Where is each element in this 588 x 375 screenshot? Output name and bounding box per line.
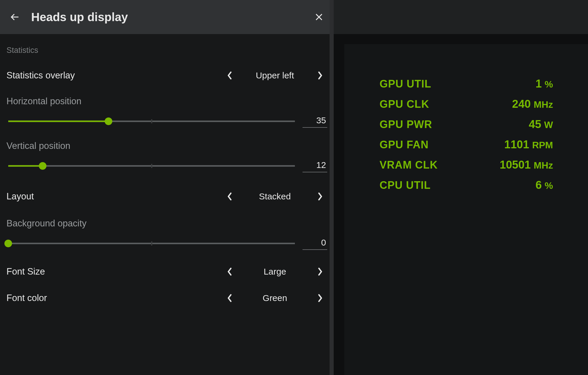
row-layout: Layout Stacked xyxy=(6,188,327,205)
font-size-next[interactable] xyxy=(313,265,327,279)
hud-row: GPU CLK240MHz xyxy=(380,98,553,110)
slider-background-opacity[interactable] xyxy=(8,240,295,247)
label-font-size: Font Size xyxy=(6,266,133,277)
hud-row: GPU FAN1101RPM xyxy=(380,138,553,151)
row-statistics-overlay: Statistics overlay Upper left xyxy=(6,67,327,84)
hud-stat-value: 1101RPM xyxy=(450,138,553,151)
slider-horizontal-position[interactable] xyxy=(8,118,295,125)
picker-layout: Stacked xyxy=(139,189,327,204)
value-background-opacity[interactable]: 0 xyxy=(303,237,327,250)
label-font-color: Font color xyxy=(6,293,133,303)
hud-stat-value: 1% xyxy=(450,78,553,90)
chevron-left-icon xyxy=(227,71,232,80)
row-vertical-position: Vertical position 12 xyxy=(6,141,327,172)
preview-topbar xyxy=(334,0,588,34)
hud-stat-value: 240MHz xyxy=(450,98,553,110)
font-color-prev[interactable] xyxy=(223,291,237,305)
picker-font-color: Green xyxy=(139,291,327,305)
hud-stat-label: GPU CLK xyxy=(380,98,450,110)
hud-stat-label: GPU UTIL xyxy=(380,78,450,90)
chevron-right-icon xyxy=(318,268,323,276)
slider-thumb[interactable] xyxy=(39,162,46,170)
close-button[interactable] xyxy=(313,11,325,23)
row-background-opacity: Background opacity 0 xyxy=(6,218,327,250)
value-vertical-position[interactable]: 12 xyxy=(303,159,327,172)
value-statistics-overlay: Upper left xyxy=(237,70,313,80)
hud-stat-label: VRAM CLK xyxy=(380,159,450,171)
label-horizontal-position: Horizontal position xyxy=(6,96,327,107)
back-button[interactable] xyxy=(8,11,21,23)
hud-row: CPU UTIL6% xyxy=(380,179,553,191)
label-vertical-position: Vertical position xyxy=(6,141,327,151)
hud-overlay: GPU UTIL1%GPU CLK240MHzGPU PWR45WGPU FAN… xyxy=(380,78,553,191)
section-label-statistics: Statistics xyxy=(6,46,327,55)
value-layout: Stacked xyxy=(237,191,313,201)
font-color-next[interactable] xyxy=(313,291,327,305)
value-font-size: Large xyxy=(237,267,313,277)
hud-stat-value: 45W xyxy=(450,118,553,131)
panel-body: Statistics Statistics overlay Upper left… xyxy=(0,34,334,319)
chevron-left-icon xyxy=(227,294,232,302)
row-horizontal-position: Horizontal position 35 xyxy=(6,96,327,128)
panel-title: Heads up display xyxy=(31,11,303,24)
slider-thumb[interactable] xyxy=(4,240,12,247)
hud-row: VRAM CLK10501MHz xyxy=(380,159,553,171)
preview-area: GPU UTIL1%GPU CLK240MHzGPU PWR45WGPU FAN… xyxy=(334,0,588,375)
hud-row: GPU UTIL1% xyxy=(380,78,553,90)
hud-stat-label: CPU UTIL xyxy=(380,179,450,191)
arrow-left-icon xyxy=(10,12,20,22)
hud-stat-value: 6% xyxy=(450,179,553,191)
label-background-opacity: Background opacity xyxy=(6,218,327,229)
hud-stat-label: GPU FAN xyxy=(380,139,450,151)
hud-stat-value: 10501MHz xyxy=(450,159,553,171)
preview-stage: GPU UTIL1%GPU CLK240MHzGPU PWR45WGPU FAN… xyxy=(344,44,588,375)
picker-font-size: Large xyxy=(139,265,327,279)
font-size-prev[interactable] xyxy=(223,265,237,279)
layout-prev[interactable] xyxy=(223,189,237,204)
panel-header: Heads up display xyxy=(0,0,334,34)
hud-row: GPU PWR45W xyxy=(380,118,553,131)
close-icon xyxy=(314,12,324,22)
chevron-right-icon xyxy=(318,71,323,80)
value-horizontal-position[interactable]: 35 xyxy=(303,115,327,128)
statistics-overlay-prev[interactable] xyxy=(223,68,237,83)
value-font-color: Green xyxy=(237,293,313,303)
settings-panel: Heads up display Statistics Statistics o… xyxy=(0,0,334,375)
hud-stat-label: GPU PWR xyxy=(380,118,450,131)
row-font-size: Font Size Large xyxy=(6,263,327,280)
statistics-overlay-next[interactable] xyxy=(313,68,327,83)
chevron-left-icon xyxy=(227,192,232,201)
chevron-left-icon xyxy=(227,268,232,276)
layout-next[interactable] xyxy=(313,189,327,204)
panel-scrollbar[interactable] xyxy=(330,0,334,375)
slider-thumb[interactable] xyxy=(105,117,112,125)
row-font-color: Font color Green xyxy=(6,289,327,307)
chevron-right-icon xyxy=(318,294,323,302)
picker-statistics-overlay: Upper left xyxy=(139,68,327,83)
chevron-right-icon xyxy=(318,192,323,201)
label-statistics-overlay: Statistics overlay xyxy=(6,70,133,81)
slider-vertical-position[interactable] xyxy=(8,162,295,169)
label-layout: Layout xyxy=(6,191,133,202)
